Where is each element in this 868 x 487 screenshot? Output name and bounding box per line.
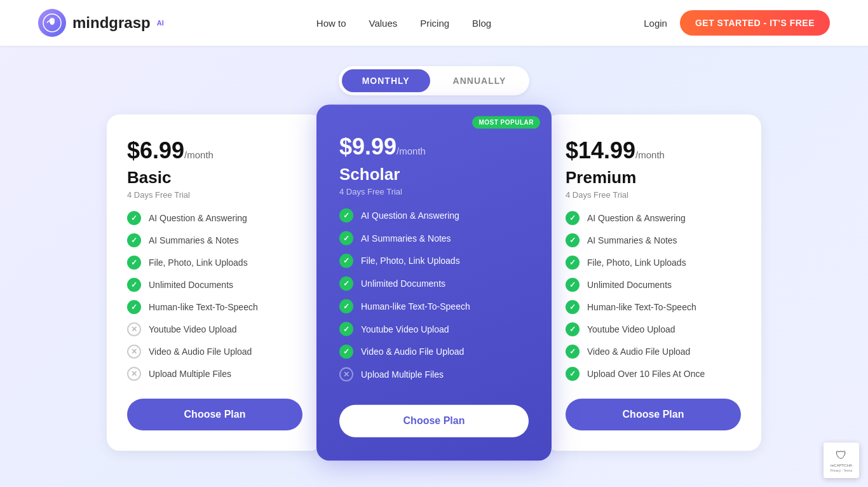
logo-text: mindgrasp xyxy=(72,14,151,32)
basic-price: $6.99 xyxy=(127,137,184,163)
nav-how-to[interactable]: How to xyxy=(316,18,346,29)
list-item: ✓ Upload Over 10 Files At Once xyxy=(566,367,741,381)
premium-plan-name: Premium xyxy=(566,168,741,188)
feature-label: AI Question & Answering xyxy=(587,213,686,223)
check-icon: ✓ xyxy=(339,209,353,223)
feature-label: Video & Audio File Upload xyxy=(149,346,252,357)
basic-plan-name: Basic xyxy=(127,168,302,188)
navbar: mindgrasp AI How to Values Pricing Blog … xyxy=(0,0,868,46)
basic-plan-card: $6.99/month Basic 4 Days Free Trial ✓ AI… xyxy=(107,114,323,451)
list-item: ✕ Video & Audio File Upload xyxy=(127,345,302,359)
check-icon: ✓ xyxy=(127,211,141,225)
list-item: ✓ AI Question & Answering xyxy=(566,211,741,225)
nav-pricing[interactable]: Pricing xyxy=(420,18,449,29)
list-item: ✓ Youtube Video Upload xyxy=(566,322,741,336)
list-item: ✓ Youtube Video Upload xyxy=(339,322,529,336)
list-item: ✓ Human-like Text-To-Speech xyxy=(339,299,529,313)
list-item: ✓ Human-like Text-To-Speech xyxy=(566,300,741,314)
scholar-unit: /month xyxy=(397,146,426,156)
feature-label: AI Summaries & Notes xyxy=(361,233,451,243)
list-item: ✓ Unlimited Documents xyxy=(127,278,302,292)
nav-blog[interactable]: Blog xyxy=(472,18,491,29)
pricing-section: $6.99/month Basic 4 Days Free Trial ✓ AI… xyxy=(0,108,868,476)
feature-label: Video & Audio File Upload xyxy=(361,346,464,357)
nav-right: Login GET STARTED - IT'S FREE xyxy=(644,10,830,36)
feature-label: AI Question & Answering xyxy=(149,213,247,223)
list-item: ✓ Video & Audio File Upload xyxy=(339,345,529,359)
premium-trial: 4 Days Free Trial xyxy=(566,190,741,200)
x-icon: ✕ xyxy=(339,367,353,381)
list-item: ✓ AI Summaries & Notes xyxy=(566,233,741,247)
feature-label: File, Photo, Link Uploads xyxy=(149,257,248,268)
recaptcha-label: reCAPTCHA xyxy=(831,463,852,467)
check-icon: ✓ xyxy=(339,299,353,313)
check-icon: ✓ xyxy=(566,211,580,225)
basic-choose-plan-button[interactable]: Choose Plan xyxy=(127,399,302,430)
check-icon: ✓ xyxy=(127,300,141,314)
basic-features-list: ✓ AI Question & Answering ✓ AI Summaries… xyxy=(127,211,302,381)
get-started-button[interactable]: GET STARTED - IT'S FREE xyxy=(680,10,830,36)
x-icon: ✕ xyxy=(127,345,141,359)
check-icon: ✓ xyxy=(127,233,141,247)
feature-label: Youtube Video Upload xyxy=(361,324,449,334)
check-icon: ✓ xyxy=(566,233,580,247)
logo-sup: AI xyxy=(157,19,164,27)
feature-label: AI Summaries & Notes xyxy=(149,235,239,245)
logo[interactable]: mindgrasp AI xyxy=(38,9,164,37)
list-item: ✓ AI Summaries & Notes xyxy=(339,231,529,245)
list-item: ✓ Unlimited Documents xyxy=(339,277,529,291)
check-icon: ✓ xyxy=(566,367,580,381)
check-icon: ✓ xyxy=(566,278,580,292)
feature-label: Upload Multiple Files xyxy=(361,369,444,380)
check-icon: ✓ xyxy=(339,322,353,336)
list-item: ✓ File, Photo, Link Uploads xyxy=(127,256,302,270)
scholar-choose-plan-button[interactable]: Choose Plan xyxy=(339,405,529,437)
check-icon: ✓ xyxy=(339,231,353,245)
feature-label: Youtube Video Upload xyxy=(149,324,237,334)
feature-label: Human-like Text-To-Speech xyxy=(149,302,258,312)
login-button[interactable]: Login xyxy=(644,18,667,29)
premium-features-list: ✓ AI Question & Answering ✓ AI Summaries… xyxy=(566,211,741,381)
premium-plan-card: $14.99/month Premium 4 Days Free Trial ✓… xyxy=(545,114,761,451)
check-icon: ✓ xyxy=(339,345,353,359)
recaptcha-badge: 🛡 reCAPTCHA Privacy - Terms xyxy=(824,442,859,478)
premium-choose-plan-button[interactable]: Choose Plan xyxy=(566,399,741,430)
x-icon: ✕ xyxy=(127,367,141,381)
list-item: ✕ Upload Multiple Files xyxy=(339,367,529,381)
feature-label: Youtube Video Upload xyxy=(587,324,675,334)
nav-links: How to Values Pricing Blog xyxy=(316,18,491,29)
list-item: ✓ Video & Audio File Upload xyxy=(566,345,741,359)
billing-toggle: MONTHLY ANNUALLY xyxy=(339,66,530,95)
feature-label: AI Summaries & Notes xyxy=(587,235,677,245)
list-item: ✓ File, Photo, Link Uploads xyxy=(339,254,529,268)
list-item: ✓ AI Summaries & Notes xyxy=(127,233,302,247)
check-icon: ✓ xyxy=(566,345,580,359)
feature-label: AI Question & Answering xyxy=(361,210,459,221)
nav-values[interactable]: Values xyxy=(369,18,397,29)
feature-label: File, Photo, Link Uploads xyxy=(587,257,686,268)
basic-unit: /month xyxy=(184,149,214,160)
feature-label: Unlimited Documents xyxy=(149,280,233,290)
list-item: ✕ Youtube Video Upload xyxy=(127,322,302,336)
scholar-plan-name: Scholar xyxy=(339,164,529,184)
basic-price-row: $6.99/month xyxy=(127,137,302,164)
check-icon: ✓ xyxy=(339,254,353,268)
scholar-price: $9.99 xyxy=(339,133,397,160)
scholar-features-list: ✓ AI Question & Answering ✓ AI Summaries… xyxy=(339,209,529,387)
scholar-plan-card: MOST POPULAR $9.99/month Scholar 4 Days … xyxy=(316,105,552,461)
annually-toggle[interactable]: ANNUALLY xyxy=(433,69,527,92)
monthly-toggle[interactable]: MONTHLY xyxy=(342,69,430,92)
list-item: ✓ AI Question & Answering xyxy=(339,209,529,223)
list-item: ✕ Upload Multiple Files xyxy=(127,367,302,381)
check-icon: ✓ xyxy=(127,256,141,270)
feature-label: Unlimited Documents xyxy=(361,278,445,289)
premium-price-row: $14.99/month xyxy=(566,137,741,164)
check-icon: ✓ xyxy=(566,322,580,336)
premium-unit: /month xyxy=(635,149,665,160)
feature-label: Unlimited Documents xyxy=(587,280,672,290)
recaptcha-links: Privacy - Terms xyxy=(831,469,852,472)
feature-label: Human-like Text-To-Speech xyxy=(587,302,696,312)
check-icon: ✓ xyxy=(339,277,353,291)
check-icon: ✓ xyxy=(566,300,580,314)
most-popular-badge: MOST POPULAR xyxy=(472,116,540,128)
